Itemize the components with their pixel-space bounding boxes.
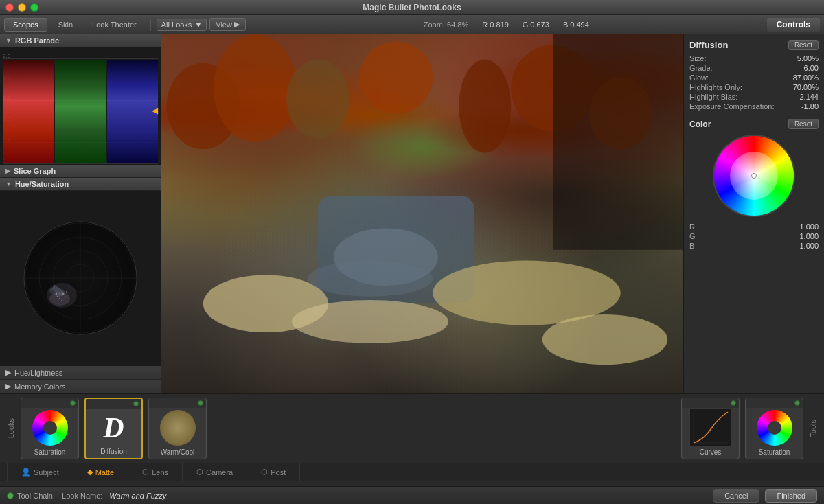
tool-saturation-2[interactable]: Saturation bbox=[745, 398, 803, 459]
tool-thumbnail: D bbox=[86, 409, 141, 446]
b-value: B 0.494 bbox=[563, 21, 589, 29]
warm-cool-icon bbox=[160, 410, 196, 446]
collapse-arrow-icon: ▶ bbox=[5, 382, 11, 391]
curves-svg-icon bbox=[690, 409, 731, 446]
power-dot-icon bbox=[731, 400, 736, 406]
tool-label: Saturation bbox=[759, 447, 790, 459]
view-button[interactable]: View ▶ bbox=[209, 18, 246, 31]
looks-label: Looks bbox=[7, 418, 15, 438]
tool-label: Curves bbox=[700, 447, 722, 459]
lens-icon: ⬡ bbox=[142, 468, 149, 477]
hue-sat-header[interactable]: ▼ Hue/Saturation bbox=[0, 178, 161, 191]
rgb-bars bbox=[0, 58, 161, 164]
param-value: 6.00 bbox=[804, 64, 819, 72]
maximize-button[interactable] bbox=[30, 3, 38, 12]
param-name: Glow: bbox=[689, 73, 709, 82]
chain-section-matte[interactable]: ◆ Matte bbox=[73, 463, 129, 481]
title-bar: Magic Bullet PhotoLooks bbox=[0, 0, 824, 15]
app-title: Magic Bullet PhotoLooks bbox=[363, 3, 461, 12]
svg-point-11 bbox=[59, 298, 60, 299]
svg-point-23 bbox=[459, 60, 511, 153]
param-name: Highlight Bias: bbox=[689, 93, 737, 101]
chain-section-lens[interactable]: ⬡ Lens bbox=[128, 463, 183, 481]
color-wheel-scope bbox=[22, 220, 139, 336]
tool-header bbox=[86, 399, 141, 409]
zoom-info: Zoom: 64.8% bbox=[424, 21, 468, 29]
bottom-sections: ▶ Hue/Lightness ▶ Memory Colors bbox=[0, 365, 161, 393]
rgb-value-display: R 1.000 G 1.000 B 1.000 bbox=[689, 222, 819, 250]
param-name: Size: bbox=[689, 54, 706, 62]
color-wheel[interactable] bbox=[713, 135, 795, 217]
tool-diffusion[interactable]: D Diffusion bbox=[84, 398, 143, 459]
subject-icon: 👤 bbox=[21, 468, 31, 477]
camera-icon: ⬡ bbox=[196, 468, 203, 477]
tool-curves[interactable]: Curves bbox=[681, 398, 740, 459]
controls-label: Controls bbox=[767, 18, 820, 32]
chain-section-camera[interactable]: ⬡ Camera bbox=[183, 463, 247, 481]
bottom-area: Looks Saturation D Diffusion bbox=[0, 393, 824, 486]
rgb-parade-header[interactable]: ▼ RGB Parade bbox=[0, 34, 161, 47]
svg-point-21 bbox=[286, 60, 349, 139]
blue-channel-bar bbox=[107, 60, 158, 163]
slice-graph-section: ▶ Slice Graph bbox=[0, 164, 161, 178]
hue-lightness-item[interactable]: ▶ Hue/Lightness bbox=[0, 366, 161, 380]
param-value: -1.80 bbox=[801, 102, 819, 111]
power-dot-icon bbox=[794, 400, 800, 406]
color-wheel-control[interactable] bbox=[713, 135, 795, 217]
chain-section-subject[interactable]: 👤 Subject bbox=[7, 463, 73, 481]
param-name: Exposure Compensation: bbox=[689, 102, 775, 111]
tool-warm-cool[interactable]: Warm/Cool bbox=[148, 398, 207, 459]
tab-look-theater[interactable]: Look Theater bbox=[84, 19, 145, 31]
tool-header bbox=[149, 398, 206, 408]
matte-icon: ◆ bbox=[87, 468, 93, 477]
color-reset-button[interactable]: Reset bbox=[788, 119, 819, 129]
minimize-button[interactable] bbox=[18, 3, 26, 12]
scope-marker: ◀ bbox=[152, 106, 158, 115]
tool-thumbnail bbox=[21, 408, 78, 447]
g-value: G 0.673 bbox=[523, 21, 549, 29]
svg-point-30 bbox=[542, 314, 667, 365]
saturation-wheel-2-icon bbox=[757, 410, 792, 446]
diffusion-section: Diffusion Reset Size:5.00%Grade:6.00Glow… bbox=[689, 40, 819, 112]
divider bbox=[150, 19, 151, 31]
param-row: Exposure Compensation:-1.80 bbox=[689, 102, 819, 111]
param-value: 70.00% bbox=[793, 83, 819, 91]
param-value: 87.00% bbox=[793, 73, 819, 82]
r-value: R 0.819 bbox=[482, 21, 509, 29]
g-slider-row: G 1.000 bbox=[689, 232, 819, 240]
diffusion-params: Size:5.00%Grade:6.00Glow:87.00%Highlight… bbox=[689, 54, 819, 111]
param-row: Grade:6.00 bbox=[689, 64, 819, 72]
status-bar: Tool Chain: Look Name: Warm and Fuzzy Ca… bbox=[0, 486, 824, 504]
all-looks-dropdown[interactable]: All Looks ▼ bbox=[157, 19, 207, 31]
memory-colors-item[interactable]: ▶ Memory Colors bbox=[0, 380, 161, 393]
post-icon: ⬡ bbox=[261, 468, 268, 477]
svg-point-20 bbox=[214, 34, 297, 142]
cancel-button[interactable]: Cancel bbox=[713, 489, 759, 503]
slice-graph-header[interactable]: ▶ Slice Graph bbox=[0, 165, 161, 178]
diffusion-reset-button[interactable]: Reset bbox=[788, 40, 819, 50]
tab-skin[interactable]: Skin bbox=[50, 19, 81, 31]
close-button[interactable] bbox=[5, 3, 14, 12]
diffusion-letter-icon: D bbox=[103, 411, 124, 444]
chain-section-post[interactable]: ⬡ Post bbox=[247, 463, 300, 481]
tool-chain-sections: 👤 Subject ◆ Matte ⬡ Lens ⬡ Camera ⬡ Post bbox=[0, 463, 824, 481]
look-name-value: Warm and Fuzzy bbox=[109, 492, 166, 500]
left-panel: ▼ RGB Parade 2.0 1.6 1.2 0.8 0.4 0 ◀ ▶ S… bbox=[0, 34, 161, 393]
tool-label: Diffusion bbox=[100, 446, 127, 458]
tool-header bbox=[21, 398, 78, 408]
tools-label: Tools bbox=[809, 420, 817, 437]
param-name: Highlights Only: bbox=[689, 83, 742, 91]
tool-thumbnail bbox=[682, 408, 739, 447]
tab-scopes[interactable]: Scopes bbox=[4, 18, 47, 32]
tool-header bbox=[746, 398, 803, 408]
svg-point-22 bbox=[360, 41, 433, 113]
param-value: 5.00% bbox=[797, 54, 819, 62]
param-row: Size:5.00% bbox=[689, 54, 819, 62]
svg-point-13 bbox=[66, 291, 67, 293]
diffusion-title: Diffusion bbox=[689, 40, 728, 50]
tool-thumbnail bbox=[746, 408, 803, 447]
toolbar: Scopes Skin Look Theater All Looks ▼ Vie… bbox=[0, 15, 824, 34]
window-controls bbox=[5, 3, 38, 12]
finished-button[interactable]: Finished bbox=[765, 489, 817, 503]
tool-saturation-1[interactable]: Saturation bbox=[21, 398, 79, 459]
